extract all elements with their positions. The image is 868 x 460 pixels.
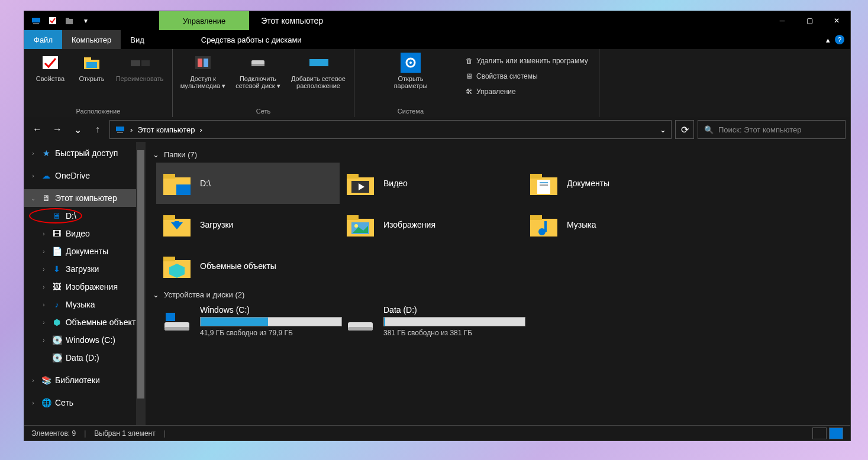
refresh-button[interactable]: ⟳ <box>675 120 694 139</box>
ribbon-manage[interactable]: 🛠Управление <box>461 85 593 99</box>
folder-videos[interactable]: Видео <box>340 163 523 204</box>
properties-icon <box>40 53 60 73</box>
sysprops-icon: 🖥 <box>466 72 473 80</box>
sidebar-scrollbar[interactable] <box>136 142 146 425</box>
svg-rect-7 <box>84 57 91 61</box>
svg-rect-15 <box>251 64 264 66</box>
sidebar-item-documents[interactable]: ›📄Документы <box>24 242 146 260</box>
explorer-window: ▾ Управление Этот компьютер ─ ▢ ✕ Файл К… <box>24 11 851 441</box>
nav-up[interactable]: ↑ <box>89 121 106 138</box>
ribbon-add-location[interactable]: Добавить сетевое расположение <box>289 53 348 106</box>
svg-rect-12 <box>198 59 202 67</box>
window-title: Этот компьютер <box>261 16 323 25</box>
video-icon: 🎞 <box>51 229 62 238</box>
ribbon-properties[interactable]: Свойства <box>30 53 70 106</box>
ribbon-system-properties[interactable]: 🖥Свойства системы <box>461 69 593 83</box>
uninstall-icon: 🗑 <box>466 57 473 65</box>
search-box[interactable]: 🔍 Поиск: Этот компьютер <box>698 120 846 139</box>
ribbon-uninstall-program[interactable]: 🗑Удалить или изменить программу <box>461 54 593 68</box>
svg-rect-5 <box>43 56 58 69</box>
folder-3d-objects[interactable]: Объемные объекты <box>156 245 340 287</box>
svg-rect-36 <box>163 215 175 220</box>
status-selected-count: Выбран 1 элемент <box>94 429 155 438</box>
nav-forward[interactable]: → <box>49 121 66 138</box>
nav-recent-dropdown[interactable]: ⌄ <box>69 121 86 138</box>
ribbon-open[interactable]: Открыть <box>76 53 107 106</box>
collapse-ribbon-icon[interactable]: ▴ <box>826 35 830 44</box>
sidebar-item-music[interactable]: ›♪Музыка <box>24 296 146 313</box>
sidebar-network[interactable]: ›🌐Сеть <box>24 394 146 412</box>
sidebar-item-downloads[interactable]: ›⬇Загрузки <box>24 260 146 278</box>
qat-properties-icon[interactable] <box>46 14 60 28</box>
music-icon: ♪ <box>51 300 62 309</box>
rename-icon <box>130 53 150 73</box>
svg-rect-55 <box>348 327 373 331</box>
ribbon-open-settings[interactable]: Открыть параметры <box>391 53 431 89</box>
svg-rect-53 <box>166 313 175 321</box>
drive-c-icon <box>162 310 192 333</box>
group-drives-header[interactable]: ⌄Устройства и диски (2) <box>148 287 848 303</box>
nav-back[interactable]: ← <box>29 121 46 138</box>
group-folders-header[interactable]: ⌄Папки (7) <box>148 147 848 163</box>
sidebar-this-pc[interactable]: ⌄🖥Этот компьютер <box>24 189 146 207</box>
cloud-icon: ☁ <box>41 171 51 180</box>
sidebar-item-pictures[interactable]: ›🖼Изображения <box>24 278 146 296</box>
minimize-button[interactable]: ─ <box>769 11 796 30</box>
svg-rect-33 <box>540 182 548 183</box>
folder-documents[interactable]: Документы <box>523 163 706 204</box>
svg-rect-52 <box>164 327 189 331</box>
status-item-count: Элементов: 9 <box>31 429 76 438</box>
svg-rect-21 <box>116 127 124 131</box>
drive-d-icon <box>346 310 375 333</box>
folder-music[interactable]: Музыка <box>523 204 706 245</box>
sidebar-item-d-drive[interactable]: 🖥D:\ <box>24 207 146 225</box>
tab-computer[interactable]: Компьютер <box>62 30 121 49</box>
sidebar-item-3d-objects[interactable]: ›⬢Объемные объекты <box>24 313 146 331</box>
ribbon-media-access[interactable]: Доступ к мультимедиа ▾ <box>179 53 227 106</box>
svg-rect-24 <box>163 174 175 179</box>
pc-icon <box>115 125 125 134</box>
qat-dropdown-icon[interactable]: ▾ <box>79 14 93 28</box>
tab-disk-tools[interactable]: Средства работы с дисками <box>189 30 314 49</box>
address-dropdown-icon[interactable]: ⌄ <box>660 125 666 134</box>
help-icon[interactable]: ? <box>835 35 844 44</box>
contextual-tab-manage[interactable]: Управление <box>159 11 249 30</box>
drive-data-d[interactable]: Data (D:) 381 ГБ свободно из 381 ГБ <box>340 303 523 339</box>
sidebar-item-videos[interactable]: ›🎞Видео <box>24 225 146 242</box>
crumb-sep-icon[interactable]: › <box>130 125 133 134</box>
qat-new-folder-icon[interactable] <box>62 14 76 28</box>
svg-point-42 <box>354 224 358 228</box>
scroll-thumb[interactable] <box>137 150 144 399</box>
sidebar-item-data-d[interactable]: 💽Data (D:) <box>24 349 146 367</box>
crumb-sep-icon[interactable]: › <box>200 125 202 134</box>
breadcrumb-this-pc[interactable]: Этот компьютер <box>137 125 195 134</box>
view-tiles-button[interactable] <box>829 427 843 439</box>
folder-downloads[interactable]: Загрузки <box>156 204 340 245</box>
ribbon-group-location: Расположение <box>76 106 121 116</box>
svg-rect-9 <box>131 60 140 66</box>
maximize-button[interactable]: ▢ <box>796 11 823 30</box>
cube-icon: ⬢ <box>51 318 62 327</box>
sidebar-libraries[interactable]: ›📚Библиотеки <box>24 371 146 389</box>
sidebar-item-windows-c[interactable]: ›💽Windows (C:) <box>24 331 146 349</box>
address-bar[interactable]: › Этот компьютер › ⌄ <box>109 120 672 139</box>
svg-rect-0 <box>32 18 40 22</box>
folder-d-drive[interactable]: D:\ <box>156 163 340 204</box>
tab-file[interactable]: Файл <box>24 30 62 49</box>
search-icon: 🔍 <box>704 125 714 134</box>
pc-icon[interactable] <box>29 14 43 28</box>
drive-usage-bar <box>383 317 525 326</box>
ribbon-map-drive[interactable]: Подключить сетевой диск ▾ <box>233 53 283 106</box>
tab-view[interactable]: Вид <box>121 30 154 49</box>
svg-rect-31 <box>530 174 542 179</box>
drive-windows-c[interactable]: Windows (C:) 41,9 ГБ свободно из 79,9 ГБ <box>156 303 340 339</box>
view-details-button[interactable] <box>812 427 827 439</box>
sidebar-onedrive[interactable]: ›☁OneDrive <box>24 167 146 184</box>
close-button[interactable]: ✕ <box>823 11 850 30</box>
navigation-pane: ›★Быстрый доступ ›☁OneDrive ⌄🖥Этот компь… <box>24 142 146 425</box>
svg-rect-13 <box>204 59 208 67</box>
folder-pictures[interactable]: Изображения <box>340 204 523 245</box>
svg-rect-16 <box>309 59 319 66</box>
monitor-icon: 🖥 <box>51 211 62 221</box>
sidebar-quick-access[interactable]: ›★Быстрый доступ <box>24 144 146 162</box>
